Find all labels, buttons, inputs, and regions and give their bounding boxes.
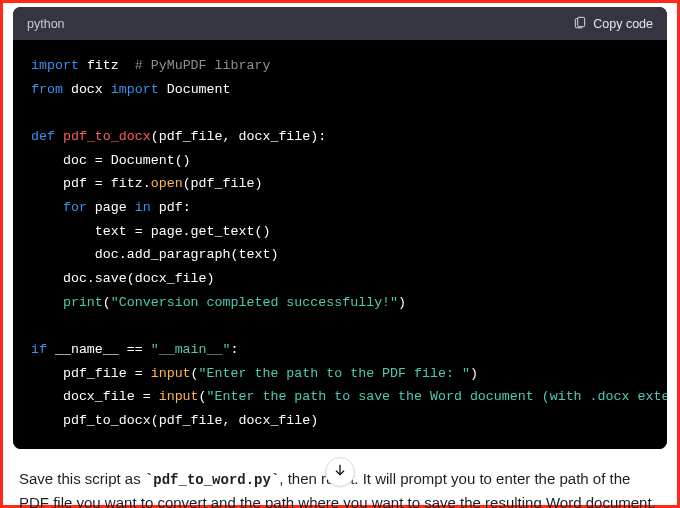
code-token: ( [191,366,199,381]
code-token: pdf_to_docx(pdf_file, docx_file) [31,413,318,428]
code-token: import [31,58,79,73]
code-token: fitz [87,58,119,73]
code-token: input [151,366,191,381]
copy-code-label: Copy code [593,17,653,31]
code-token: input [159,389,199,404]
code-token: ) [398,295,406,310]
code-token: ( [199,389,207,404]
code-block: python Copy code import fitz # PyMuPDF l… [13,7,667,449]
copy-code-button[interactable]: Copy code [573,15,653,32]
code-token: (pdf_file, docx_file): [151,129,327,144]
code-token: pdf_file = [31,366,151,381]
code-token: doc.save(docx_file) [31,271,215,286]
code-language-label: python [27,17,65,31]
code-block-header: python Copy code [13,7,667,40]
scroll-down-button[interactable] [325,457,355,487]
code-token: (pdf_file) [183,176,263,191]
code-token: in [135,200,151,215]
code-token: "__main__" [151,342,231,357]
code-content[interactable]: import fitz # PyMuPDF library from docx … [13,40,667,449]
code-token: page [87,200,135,215]
code-token: ) [470,366,478,381]
app-frame: python Copy code import fitz # PyMuPDF l… [0,0,680,508]
article-part: Save this script as [19,470,145,487]
code-token: print [63,295,103,310]
code-token: doc.add_paragraph(text) [31,247,278,262]
code-token: pdf: [151,200,191,215]
code-token: def [31,129,55,144]
svg-rect-0 [578,17,585,26]
code-token: for [63,200,87,215]
code-token: open [151,176,183,191]
inline-code-filename: `pdf_to_word.py` [145,472,279,488]
code-token: : [231,342,239,357]
clipboard-icon [573,15,587,32]
code-token: import [111,82,159,97]
code-token: # PyMuPDF library [135,58,271,73]
code-token: "Enter the path to the PDF file: " [199,366,470,381]
code-token: "Conversion completed successfully!" [111,295,398,310]
code-token: if [31,342,47,357]
code-token: ( [103,295,111,310]
code-token: docx [71,82,103,97]
code-token: "Enter the path to save the Word documen… [207,389,667,404]
code-token: text = page.get_text() [31,224,270,239]
code-token: docx_file = [31,389,159,404]
arrow-down-icon [332,462,348,482]
code-token: pdf_to_docx [63,129,151,144]
code-token: doc = Document() [31,153,191,168]
code-token: __name__ == [47,342,151,357]
code-token: pdf = fitz. [31,176,151,191]
code-token: from [31,82,63,97]
code-token: Document [167,82,231,97]
